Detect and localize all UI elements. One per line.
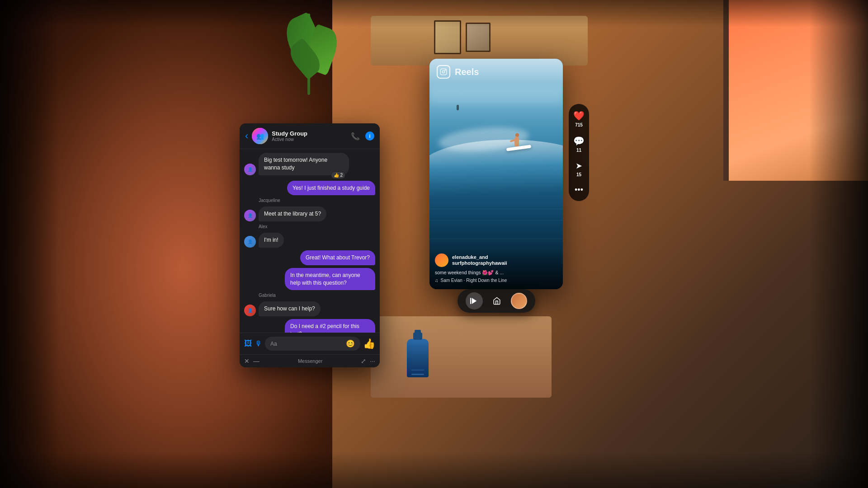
- image-icon[interactable]: 🖼: [244, 339, 252, 348]
- depth-line-1: [429, 209, 563, 209]
- user-profile-pic: [435, 253, 448, 267]
- send-button[interactable]: 👍: [363, 338, 375, 350]
- svg-rect-4: [470, 298, 471, 304]
- messenger-header: ‹ 👥 Study Group Active now 📞 i: [240, 123, 380, 149]
- room-furniture: [371, 316, 552, 398]
- msg-text-4: I'm in!: [264, 237, 278, 243]
- username-block: elenaduke_andsurfphotographyhawaii: [452, 254, 507, 266]
- back-button[interactable]: ‹: [245, 130, 248, 142]
- shadow-overlay-bottom: [0, 452, 868, 488]
- reels-card-inner: Reels elenaduke_andsurfphotographyhawaii…: [429, 59, 563, 289]
- music-note-icon: ♫: [435, 278, 439, 283]
- message-row-1: 👤 Big test tomorrow! Anyone wanna study …: [244, 153, 375, 175]
- bubble-6: In the meantime, can anyone help with th…: [285, 268, 375, 291]
- like-action[interactable]: ❤️ 715: [573, 110, 585, 127]
- reels-card: Reels elenaduke_andsurfphotographyhawaii…: [429, 59, 563, 289]
- bubble-4: I'm in!: [259, 233, 284, 248]
- minimize-icon[interactable]: —: [253, 357, 259, 365]
- bubble-3: Meet at the library at 5?: [259, 206, 326, 221]
- more-action[interactable]: •••: [575, 185, 583, 195]
- svg-marker-3: [472, 298, 476, 304]
- message-row-4: 👤 I'm in!: [244, 233, 375, 248]
- message-row-6: In the meantime, can anyone help with th…: [244, 268, 375, 291]
- user-row: elenaduke_andsurfphotographyhawaii: [435, 253, 557, 267]
- info-icon[interactable]: i: [365, 131, 374, 141]
- reels-header: Reels: [429, 59, 563, 85]
- bubble-5: Great! What about Trevor?: [300, 250, 375, 265]
- messenger-taskbar: ✕ — Messenger ⤢ ···: [240, 354, 380, 367]
- bubble-2: Yes! I just finished a study guide: [287, 181, 375, 196]
- msg-text-6: In the meantime, can anyone help with th…: [290, 272, 360, 286]
- message-row-7: 👤 Sure how can I help?: [244, 301, 375, 316]
- taskbar-right: ⤢ ···: [361, 357, 375, 365]
- instagram-icon: [437, 65, 450, 79]
- shadow-overlay-left: [0, 0, 59, 488]
- avatar-gabriela: 👤: [244, 305, 256, 316]
- more-options-icon[interactable]: ···: [370, 357, 375, 365]
- reaction-count-1: 2: [340, 173, 343, 178]
- caption: some weekend things 🌺💕 & ...: [435, 270, 557, 276]
- username: elenaduke_andsurfphotographyhawaii: [452, 254, 507, 266]
- taskbar-left: ✕ —: [244, 357, 259, 365]
- like-count: 715: [575, 122, 583, 127]
- taskbar-app-label: Messenger: [298, 358, 322, 364]
- header-icons: 📞 i: [351, 131, 374, 141]
- header-info: Study Group Active now: [272, 130, 347, 142]
- share-count: 15: [576, 172, 581, 177]
- surfer-body: [514, 136, 519, 146]
- messages-area: 👤 Big test tomorrow! Anyone wanna study …: [240, 149, 380, 333]
- close-icon[interactable]: ✕: [244, 357, 250, 365]
- shadow-overlay-top: [0, 0, 868, 27]
- bubble-7: Sure how can I help?: [259, 301, 321, 316]
- mic-icon[interactable]: 🎙: [255, 340, 262, 348]
- msg-text-1: Big test tomorrow! Anyone wanna study: [264, 157, 327, 171]
- user-nav-avatar[interactable]: [511, 293, 527, 309]
- msg-text-7: Sure how can I help?: [264, 305, 315, 312]
- heart-icon: ❤️: [573, 110, 585, 121]
- input-area: 🖼 🎙 Aa 😊 👍: [240, 333, 380, 354]
- svg-point-1: [442, 70, 444, 73]
- main-surfer: [506, 146, 531, 150]
- sender-jacqueline: Jacqueline: [259, 198, 375, 203]
- reels-title: Reels: [455, 67, 479, 77]
- message-row-3: 👤 Meet at the library at 5?: [244, 206, 375, 221]
- share-action[interactable]: ➤ 15: [576, 161, 582, 177]
- input-placeholder: Aa: [270, 341, 277, 347]
- more-icon: •••: [575, 185, 583, 195]
- comment-action[interactable]: 💬 11: [573, 136, 585, 153]
- message-row-5: Great! What about Trevor?: [244, 250, 375, 265]
- comment-icon: 💬: [573, 136, 585, 146]
- expand-icon[interactable]: ⤢: [361, 357, 366, 365]
- group-name: Study Group: [272, 130, 347, 137]
- horizon-glow: [429, 86, 563, 104]
- avatar-1: 👤: [244, 164, 256, 175]
- messenger-panel: ‹ 👥 Study Group Active now 📞 i: [240, 123, 380, 367]
- bubble-wrapper-1: Big test tomorrow! Anyone wanna study 👍 …: [259, 153, 349, 175]
- share-icon: ➤: [576, 161, 582, 171]
- page-wrapper: ‹ 👥 Study Group Active now 📞 i: [0, 0, 868, 488]
- music-text: Sam Evian · Right Down the Line: [441, 278, 507, 283]
- group-avatar: 👥: [252, 128, 268, 144]
- reels-overlay-info: elenaduke_andsurfphotographyhawaii some …: [429, 249, 563, 289]
- tropical-plant: [298, 14, 335, 113]
- home-nav-button[interactable]: [488, 292, 505, 310]
- message-input-box[interactable]: Aa 😊: [265, 337, 360, 351]
- sender-gabriela: Gabriela: [259, 293, 375, 298]
- music-row: ♫ Sam Evian · Right Down the Line: [435, 278, 557, 283]
- avatar-jacqueline: 👤: [244, 210, 256, 221]
- far-surfer-silhouette: [457, 105, 459, 110]
- reels-container: Reels elenaduke_andsurfphotographyhawaii…: [429, 59, 563, 289]
- call-icon[interactable]: 📞: [351, 132, 360, 141]
- msg-text-2: Yes! I just finished a study guide: [292, 185, 370, 191]
- reaction-badge-1[interactable]: 👍 2: [331, 171, 345, 179]
- comment-count: 11: [576, 148, 581, 153]
- depth-line-2: [429, 220, 563, 221]
- emoji-picker-icon[interactable]: 😊: [346, 339, 355, 348]
- actions-sidebar: ❤️ 715 💬 11 ➤ 15 •••: [569, 104, 589, 201]
- reaction-icon-1: 👍: [334, 173, 339, 178]
- msg-text-5: Great! What about Trevor?: [306, 254, 370, 261]
- sender-alex: Alex: [259, 224, 375, 229]
- group-avatar-inner: 👥: [252, 128, 268, 144]
- reels-nav-button[interactable]: [466, 292, 483, 310]
- svg-rect-0: [440, 69, 446, 75]
